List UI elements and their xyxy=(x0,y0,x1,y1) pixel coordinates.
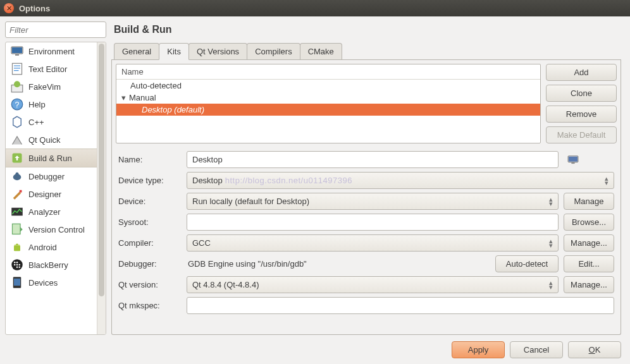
add-button[interactable]: Add xyxy=(546,64,617,81)
ok-button[interactable]: OOKK xyxy=(568,341,621,358)
device-type-combo[interactable]: Desktophttp://blog.csdn.net/u011497396 ▴… xyxy=(187,172,614,189)
sidebar-item-build-run[interactable]: Build & Run xyxy=(6,149,97,167)
kits-tree: Name Auto-detected Manual Desktop (defau… xyxy=(116,64,541,143)
sidebar-item-label: Devices xyxy=(28,278,58,288)
clone-button[interactable]: Clone xyxy=(546,85,617,102)
sidebar-item-label: Qt Quick xyxy=(28,135,61,145)
fakevim-icon xyxy=(11,82,23,92)
device-manage-button[interactable]: Manage xyxy=(564,193,614,210)
tree-header-name[interactable]: Name xyxy=(116,64,540,80)
filter-input[interactable] xyxy=(5,21,106,38)
titlebar: ✕ Options xyxy=(0,0,630,16)
window-title: Options xyxy=(19,4,50,13)
watermark-text: http://blog.csdn.net/u011497396 xyxy=(225,176,352,185)
help-icon: ? xyxy=(11,99,23,109)
name-input[interactable]: Desktop xyxy=(187,151,559,168)
device-combo[interactable]: Run locally (default for Desktop) ▴▾ xyxy=(187,193,559,210)
tab-cmake[interactable]: CMake xyxy=(300,43,342,59)
svg-text:?: ? xyxy=(15,100,20,109)
sidebar-item-label: BlackBerry xyxy=(28,260,68,270)
sidebar-item-environment[interactable]: Environment xyxy=(6,42,97,60)
tab-kits[interactable]: Kits xyxy=(159,43,189,60)
qt-version-manage-button[interactable]: Manage... xyxy=(564,276,614,293)
hammer-icon xyxy=(11,153,23,163)
sidebar-item-devices[interactable]: Devices xyxy=(6,274,97,291)
tab-compilers[interactable]: Compilers xyxy=(247,43,300,59)
sidebar-item-cpp[interactable]: C++ xyxy=(6,113,97,131)
debugger-label: Debugger: xyxy=(118,259,182,269)
sidebar-item-qtquick[interactable]: Qt Quick xyxy=(6,131,97,149)
document-icon xyxy=(11,64,23,74)
svg-rect-2 xyxy=(15,54,19,56)
sidebar-item-label: Help xyxy=(28,100,46,109)
nav-list: Environment Text Editor FakeVim ? Help C… xyxy=(6,42,97,334)
svg-rect-15 xyxy=(11,208,23,216)
sidebar: Environment Text Editor FakeVim ? Help C… xyxy=(5,21,106,335)
svg-rect-1 xyxy=(12,47,22,53)
sysroot-input[interactable] xyxy=(187,214,559,231)
sidebar-item-text-editor[interactable]: Text Editor xyxy=(6,60,97,78)
debugger-autodetect-button[interactable]: Auto-detect xyxy=(495,255,559,272)
sidebar-scrollbar[interactable] xyxy=(97,42,106,334)
combo-arrows-icon: ▴▾ xyxy=(549,239,553,248)
brush-icon xyxy=(11,189,23,199)
svg-point-13 xyxy=(16,173,19,176)
cancel-button[interactable]: Cancel xyxy=(510,341,563,358)
remove-button[interactable]: Remove xyxy=(546,106,617,123)
tab-bar: General Kits Qt Versions Compilers CMake xyxy=(111,43,621,60)
sidebar-item-label: FakeVim xyxy=(28,82,61,92)
sidebar-item-label: Debugger xyxy=(28,172,65,181)
sidebar-item-label: Android xyxy=(28,243,57,252)
compiler-combo[interactable]: GCC ▴▾ xyxy=(187,234,559,252)
sysroot-browse-button[interactable]: Browse... xyxy=(564,214,614,231)
blackberry-icon xyxy=(11,260,23,270)
svg-rect-32 xyxy=(571,162,574,164)
debugger-edit-button[interactable]: Edit... xyxy=(564,255,614,272)
svg-rect-31 xyxy=(569,156,578,161)
sidebar-item-label: Designer xyxy=(28,190,61,199)
qt-mkspec-input[interactable] xyxy=(187,297,614,314)
sidebar-item-fakevim[interactable]: FakeVim xyxy=(6,78,97,95)
svg-point-24 xyxy=(16,264,18,266)
tab-qt-versions[interactable]: Qt Versions xyxy=(188,43,247,59)
combo-arrows-icon: ▴▾ xyxy=(549,197,553,206)
tree-group-manual[interactable]: Manual xyxy=(116,92,540,104)
device-icon-button[interactable] xyxy=(564,155,583,164)
svg-point-21 xyxy=(14,262,16,264)
qt-version-combo[interactable]: Qt 4.8.4 (Qt-4.8.4) ▴▾ xyxy=(187,276,559,293)
sidebar-item-help[interactable]: ? Help xyxy=(6,95,97,113)
svg-rect-3 xyxy=(13,63,22,75)
svg-rect-17 xyxy=(14,246,20,252)
sidebar-item-label: Text Editor xyxy=(28,64,67,74)
device-type-label: Device type: xyxy=(118,176,182,185)
make-default-button[interactable]: Make Default xyxy=(546,126,617,143)
sidebar-item-blackberry[interactable]: BlackBerry xyxy=(6,256,97,274)
svg-point-26 xyxy=(16,267,18,269)
tree-item-desktop-default[interactable]: Desktop (default) xyxy=(116,104,540,116)
svg-point-27 xyxy=(19,267,21,269)
page-title: Build & Run xyxy=(114,24,621,35)
android-icon xyxy=(11,242,23,252)
tree-group-auto-detected[interactable]: Auto-detected xyxy=(116,80,540,92)
sidebar-item-label: Version Control xyxy=(28,225,85,234)
sysroot-label: Sysroot: xyxy=(118,217,182,227)
sidebar-item-analyzer[interactable]: Analyzer xyxy=(6,203,97,221)
qtquick-icon xyxy=(11,135,23,145)
sidebar-item-android[interactable]: Android xyxy=(6,238,97,256)
sidebar-item-version-control[interactable]: Version Control xyxy=(6,221,97,238)
svg-point-18 xyxy=(15,244,16,245)
svg-point-8 xyxy=(14,81,20,87)
apply-button[interactable]: Apply xyxy=(452,341,505,358)
sidebar-item-label: Environment xyxy=(28,47,75,56)
vcs-icon xyxy=(11,224,23,234)
svg-rect-14 xyxy=(20,190,22,193)
name-label: Name: xyxy=(118,155,182,164)
sidebar-item-debugger[interactable]: Debugger xyxy=(6,167,97,185)
sidebar-item-designer[interactable]: Designer xyxy=(6,185,97,203)
cpp-icon xyxy=(11,117,23,127)
close-icon[interactable]: ✕ xyxy=(4,3,14,13)
debugger-value: GDB Engine using "/usr/bin/gdb" xyxy=(187,259,490,269)
compiler-manage-button[interactable]: Manage... xyxy=(564,234,614,252)
bug-icon xyxy=(11,171,23,181)
tab-general[interactable]: General xyxy=(114,43,159,59)
